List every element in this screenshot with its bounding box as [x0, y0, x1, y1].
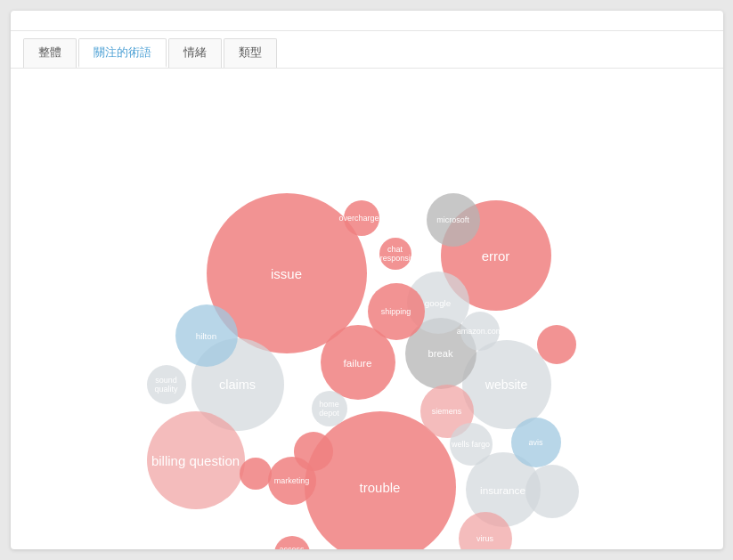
bubble-label-insurance: insurance — [480, 484, 525, 496]
card: 整體關注的術語情緒類型 issuetroubleerrorclaimswebsi… — [11, 11, 723, 549]
bubble-billing-question: billing question — [147, 411, 245, 509]
bubble-label-billing-question: billing question — [151, 453, 240, 468]
bubble-label-chat-unresponsive: chat unresponsive — [371, 245, 419, 263]
bubble-label-wells-fargo: wells fargo — [452, 440, 490, 449]
bubble-label-home-depot: home depot — [312, 400, 347, 418]
bubble-label-website: website — [485, 377, 527, 392]
card-header — [11, 11, 723, 31]
bubble-amazon: amazon.com — [460, 312, 500, 351]
bubble-website: website — [462, 340, 551, 429]
bubble-label-marketing: marketing — [274, 476, 310, 485]
bubble-sound-quality: sound quality — [147, 365, 186, 404]
bubble-label-access-issue: access issue — [274, 545, 310, 549]
bubble-small-pink-1 — [294, 432, 333, 471]
bubble-shipping: shipping — [368, 283, 425, 340]
bubble-wells-fargo: wells fargo — [450, 423, 493, 466]
bubble-label-break: break — [428, 348, 453, 359]
bubble-home-depot: home depot — [312, 391, 347, 426]
tab-bar: 整體關注的術語情緒類型 — [11, 31, 723, 69]
bubble-marketing: marketing — [268, 457, 316, 505]
bubble-google: google — [407, 272, 469, 334]
tab-overall[interactable]: 整體 — [23, 38, 77, 68]
bubble-issue: issue — [207, 193, 367, 353]
bubble-claims: claims — [191, 338, 284, 431]
bubble-label-amazon: amazon.com — [457, 327, 503, 336]
bubble-access-issue: access issue — [274, 536, 310, 549]
bubble-trouble: trouble — [305, 411, 456, 549]
bubble-label-failure: failure — [343, 357, 371, 369]
tab-emotion[interactable]: 情緒 — [168, 38, 222, 68]
bubble-error: error — [441, 200, 551, 311]
bubble-label-error: error — [482, 248, 510, 264]
bubble-label-issue: issue — [271, 266, 302, 281]
bubble-label-virus: virus — [476, 534, 493, 543]
bubble-label-microsoft: microsoft — [436, 215, 469, 224]
tab-type[interactable]: 類型 — [224, 38, 277, 68]
bubble-break: break — [405, 318, 476, 389]
bubble-microsoft: microsoft — [427, 193, 480, 247]
tab-terms[interactable]: 關注的術語 — [78, 38, 167, 68]
bubble-label-shipping: shipping — [381, 307, 411, 316]
bubble-avis: avis — [511, 418, 561, 467]
bubble-label-overcharged: overcharged — [338, 214, 383, 223]
bubble-label-claims: claims — [219, 377, 256, 392]
bubble-chat-unresponsive: chat unresponsive — [379, 238, 411, 270]
bubble-hilton: hilton — [175, 304, 238, 367]
bubble-small-pink-3 — [537, 325, 576, 364]
bubble-small-pink-2 — [240, 458, 272, 490]
bubble-virus: virus — [459, 512, 512, 549]
bubble-label-hilton: hilton — [196, 331, 216, 341]
bubble-failure: failure — [321, 325, 395, 400]
bubble-chart: issuetroubleerrorclaimswebsitefailurebre… — [11, 69, 723, 549]
bubble-label-siemens: siemens — [432, 407, 462, 416]
bubble-overcharged: overcharged — [344, 200, 379, 236]
bubble-label-avis: avis — [528, 438, 542, 447]
bubble-label-trouble: trouble — [360, 480, 401, 495]
bubble-label-sound-quality: sound quality — [147, 376, 186, 394]
bubble-insurance: insurance — [466, 452, 541, 527]
bubble-label-google: google — [425, 298, 451, 308]
bubble-siemens: siemens — [420, 385, 474, 438]
bubble-small-gray-1 — [525, 465, 579, 518]
